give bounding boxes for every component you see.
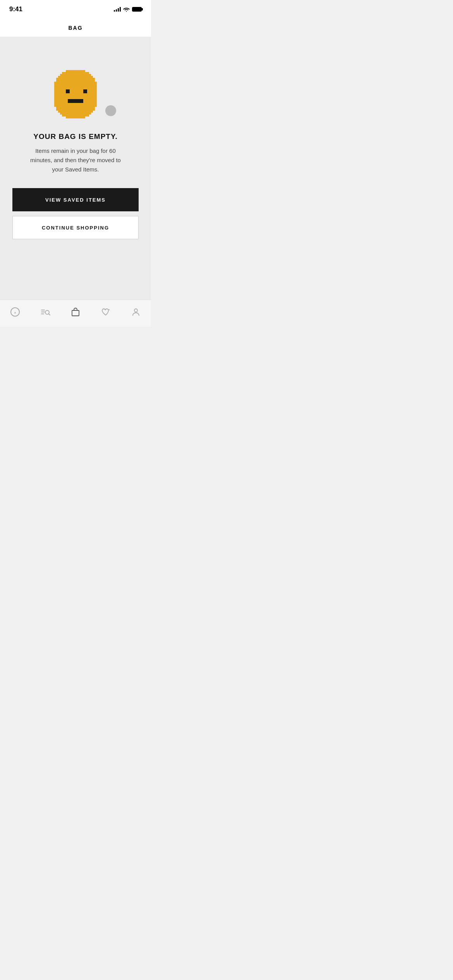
nav-item-bag[interactable] xyxy=(64,302,87,322)
asos-logo-icon: a xyxy=(10,307,20,317)
svg-rect-42 xyxy=(58,111,93,113)
svg-rect-53 xyxy=(72,310,79,316)
svg-rect-27 xyxy=(79,87,89,89)
wishlist-icon xyxy=(101,307,111,317)
empty-bag-description: Items remain in your bag for 60 minutes,… xyxy=(25,146,126,174)
svg-rect-35 xyxy=(68,99,83,103)
view-saved-items-button[interactable]: VIEW SAVED ITEMS xyxy=(12,188,139,211)
svg-rect-5 xyxy=(56,80,95,82)
svg-rect-37 xyxy=(83,101,97,103)
svg-rect-2 xyxy=(60,74,91,76)
decoration-dot xyxy=(105,105,116,116)
svg-text:a: a xyxy=(14,311,16,314)
svg-rect-45 xyxy=(66,117,85,118)
svg-point-54 xyxy=(134,309,137,312)
svg-rect-3 xyxy=(58,76,93,78)
svg-rect-6 xyxy=(54,82,97,84)
nav-item-wishlist[interactable] xyxy=(94,302,117,322)
svg-rect-41 xyxy=(56,109,95,111)
status-time: 9:41 xyxy=(9,5,22,13)
svg-rect-18 xyxy=(54,91,64,93)
svg-rect-39 xyxy=(54,105,97,107)
svg-rect-24 xyxy=(66,89,70,93)
bag-icon xyxy=(70,307,81,317)
svg-rect-19 xyxy=(54,93,64,95)
bottom-navigation: a xyxy=(0,300,151,327)
status-icons xyxy=(114,7,142,12)
svg-rect-38 xyxy=(54,103,97,105)
wifi-icon xyxy=(123,7,130,12)
nav-item-account[interactable] xyxy=(124,302,148,322)
nav-item-search[interactable] xyxy=(34,302,57,322)
svg-rect-40 xyxy=(56,107,95,109)
svg-rect-29 xyxy=(83,89,87,93)
empty-bag-illustration xyxy=(50,68,101,120)
signal-icon xyxy=(114,7,121,12)
status-bar: 9:41 xyxy=(0,0,151,19)
svg-rect-16 xyxy=(54,87,64,89)
svg-rect-8 xyxy=(54,86,97,87)
continue-shopping-button[interactable]: CONTINUE SHOPPING xyxy=(12,216,139,239)
svg-rect-17 xyxy=(54,89,64,91)
svg-rect-1 xyxy=(62,72,89,74)
svg-rect-7 xyxy=(54,84,97,86)
battery-icon xyxy=(132,7,142,12)
page-title: BAG xyxy=(68,25,82,31)
svg-rect-4 xyxy=(56,78,95,80)
svg-rect-30 xyxy=(89,87,97,95)
account-icon xyxy=(131,307,141,317)
main-content: YOUR BAG IS EMPTY. Items remain in your … xyxy=(0,37,151,300)
empty-bag-title: YOUR BAG IS EMPTY. xyxy=(33,132,118,141)
svg-rect-31 xyxy=(72,87,79,95)
search-icon xyxy=(40,307,50,317)
svg-rect-36 xyxy=(54,101,68,103)
nav-item-home[interactable]: a xyxy=(3,302,27,322)
svg-rect-0 xyxy=(66,70,85,72)
svg-rect-43 xyxy=(60,113,91,115)
svg-rect-44 xyxy=(62,115,89,117)
svg-line-52 xyxy=(49,314,50,315)
pixel-face-icon xyxy=(50,68,101,118)
svg-rect-32 xyxy=(54,95,97,97)
svg-rect-22 xyxy=(64,87,72,89)
svg-rect-33 xyxy=(54,97,97,99)
page-header: BAG xyxy=(0,19,151,37)
svg-rect-23 xyxy=(64,93,72,95)
svg-rect-28 xyxy=(79,93,89,95)
